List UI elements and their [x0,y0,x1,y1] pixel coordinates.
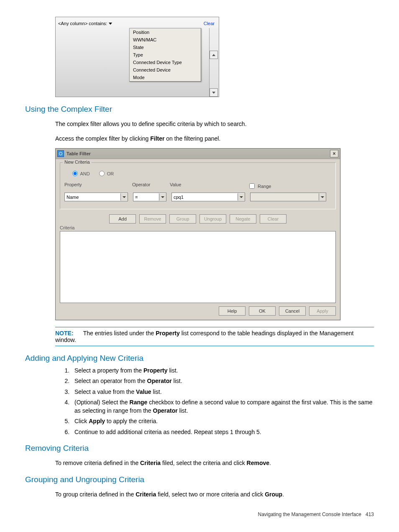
criteria-listbox[interactable] [60,231,336,303]
clear-button[interactable]: Clear [260,214,286,224]
filter-dropdown-screenshot: <Any column> contains: Clear Position WW… [55,17,219,97]
clear-link[interactable]: Clear [204,21,215,26]
menu-option[interactable]: Position [130,28,201,36]
ungroup-button[interactable]: Ungroup [200,214,226,224]
menu-option[interactable]: WWN/MAC [130,36,201,44]
list-item: Select a property from the Property list… [71,366,374,375]
radio-or[interactable]: OR [97,171,114,176]
section-heading-using: Using the Complex Filter [25,105,374,114]
groupbox-title: New Criteria [63,159,92,164]
note-paragraph: NOTE: The entries listed under the Prope… [55,330,374,343]
range-checkbox[interactable] [249,183,255,189]
paragraph: To group criteria defined in the Criteri… [55,490,374,499]
note-label: NOTE: [55,330,74,337]
scroll-down-button[interactable] [210,88,218,97]
range-label: Range [258,184,271,189]
cancel-button[interactable]: Cancel [279,306,306,316]
scrollbar-track [209,28,219,97]
list-item: Select an operator from the Operator lis… [71,377,374,385]
list-item: Continue to add additional criteria as n… [71,428,374,436]
filter-label: <Any column> contains: [58,21,107,26]
chevron-down-icon [238,193,245,200]
table-filter-dialog: Table Filter × New Criteria AND OR Prope… [55,148,340,320]
chevron-down-icon [120,193,128,200]
dialog-footer: Help OK Cancel Apply [56,303,340,320]
chevron-down-icon [159,193,166,200]
section-heading-grouping: Grouping and Ungrouping Criteria [25,475,374,484]
paragraph: To remove criteria defined in the Criter… [55,459,374,468]
criteria-button-row: Add Remove Group Ungroup Negate Clear [56,214,340,224]
page-footer: Navigating the Management Console Interf… [25,511,374,517]
menu-option[interactable]: Connected Device [130,66,201,74]
value-select[interactable]: cpq1 [171,193,245,201]
menu-option[interactable]: Connected Device Type [130,59,201,66]
list-item: (Optional) Select the Range checkbox to … [71,398,374,415]
chevron-down-icon [319,193,326,200]
menu-option[interactable]: State [130,44,201,51]
negate-button[interactable]: Negate [230,214,256,224]
criteria-label: Criteria [60,225,340,230]
scroll-up-button[interactable] [210,51,218,59]
paragraph: The complex filter allows you to define … [55,120,374,129]
remove-button[interactable]: Remove [139,214,166,224]
dialog-titlebar: Table Filter × [56,149,340,159]
app-icon [57,150,64,157]
dialog-title: Table Filter [66,151,91,156]
range-select [250,193,326,201]
property-label: Property [64,182,127,191]
close-icon: × [332,151,335,157]
property-select[interactable]: Name [64,193,128,201]
column-dropdown-menu: Position WWN/MAC State Type Connected De… [129,28,201,82]
chevron-down-icon[interactable] [109,23,112,25]
group-button[interactable]: Group [169,214,196,224]
paragraph: Access the complex filter by clicking Fi… [55,134,374,143]
section-heading-adding: Adding and Applying New Criteria [25,354,374,363]
apply-button[interactable]: Apply [309,306,336,316]
new-criteria-groupbox: New Criteria AND OR Property Operator Va… [60,162,336,209]
list-item: Click Apply to apply the criteria. [71,417,374,425]
help-button[interactable]: Help [219,306,246,316]
value-label: Value [170,182,243,191]
radio-and[interactable]: AND [70,171,90,176]
operator-label: Operator [132,182,165,191]
close-button[interactable]: × [330,150,338,157]
menu-option[interactable]: Type [130,51,201,59]
add-button[interactable]: Add [109,214,136,224]
steps-list: Select a property from the Property list… [71,366,374,436]
list-item: Select a value from the Value list. [71,388,374,396]
operator-select[interactable]: = [133,193,166,201]
menu-option[interactable]: Mode [130,74,201,81]
section-heading-removing: Removing Criteria [25,444,374,453]
ok-button[interactable]: OK [249,306,276,316]
